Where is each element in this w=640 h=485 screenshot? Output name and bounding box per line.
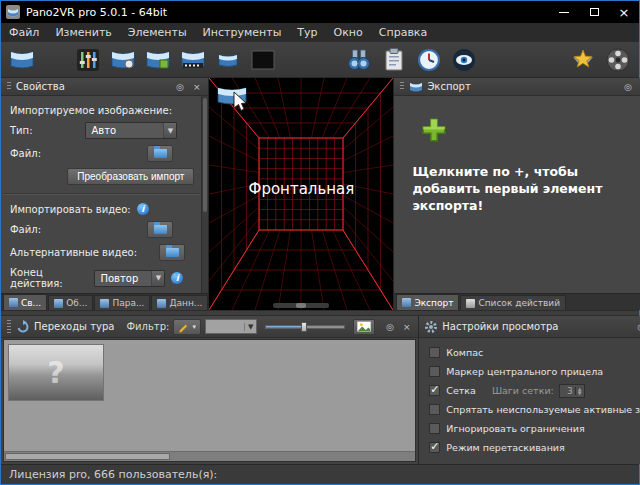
- panorama-thumbnail[interactable]: ?: [8, 344, 104, 401]
- add-export-button[interactable]: [420, 116, 448, 144]
- patch-input-button[interactable]: [143, 45, 173, 75]
- undock-icon[interactable]: ◎: [383, 322, 396, 332]
- menu-help[interactable]: Справка: [371, 23, 435, 42]
- green-plus-icon: [420, 116, 448, 144]
- checkbox[interactable]: [429, 442, 440, 453]
- tab-parameters[interactable]: Пара...: [94, 295, 150, 310]
- spinner-arrows-icon[interactable]: ▲▼: [575, 387, 584, 395]
- tab-overview[interactable]: Об...: [48, 295, 93, 310]
- close-panel-icon[interactable]: ×: [400, 322, 413, 332]
- panorama-icon: [110, 47, 136, 73]
- viewport-zoom-slider[interactable]: [273, 303, 329, 308]
- panorama-patch-icon: [145, 47, 171, 73]
- menu-tour[interactable]: Тур: [289, 23, 325, 42]
- maximize-button[interactable]: [579, 1, 609, 23]
- viewing-parameters-button[interactable]: [108, 45, 138, 75]
- panorama-viewport[interactable]: Фронтальная: [209, 78, 393, 310]
- media-gallery-button[interactable]: [603, 45, 633, 75]
- black-screen-icon: [250, 47, 276, 73]
- time-button[interactable]: [414, 45, 444, 75]
- properties-panel-body: Импортируемое изображение: Тип: Авто ▼ Ф…: [1, 96, 208, 293]
- window-title: Pano2VR pro 5.0.1 - 64bit: [26, 6, 167, 19]
- titlebar: Pano2VR pro 5.0.1 - 64bit ×: [1, 1, 639, 23]
- chevron-down-icon: ▼: [151, 271, 164, 286]
- properties-scrollbar[interactable]: [201, 96, 208, 293]
- info-icon[interactable]: [171, 272, 183, 284]
- scrollbar-handle[interactable]: [203, 98, 207, 212]
- menu-window[interactable]: Окно: [326, 23, 371, 42]
- input-panorama-button[interactable]: [7, 45, 37, 75]
- undock-icon[interactable]: ◎: [635, 322, 640, 332]
- thumbnail-size-slider[interactable]: [265, 321, 345, 333]
- tab-properties[interactable]: Св...: [3, 294, 47, 310]
- undock-icon[interactable]: ◎: [621, 82, 634, 92]
- maximize-icon: [590, 8, 599, 16]
- zoom-slider-handle[interactable]: [296, 303, 306, 308]
- tab-export[interactable]: Экспорт: [396, 294, 459, 310]
- clock-icon: [416, 47, 442, 73]
- info-icon[interactable]: [137, 203, 149, 215]
- view-settings-panel: Настройки просмотра ◎ × Компас Маркер це…: [419, 316, 640, 464]
- checkbox-row-center-marker[interactable]: Маркер центрального прицела: [429, 362, 640, 381]
- filter-dropdown[interactable]: ▼: [205, 319, 257, 334]
- checkbox-row-grid[interactable]: Сетка Шаги сетки: 3 ▲▼: [429, 381, 640, 400]
- checkbox-row-compass[interactable]: Компас: [429, 343, 640, 362]
- convert-import-button[interactable]: Преобразовать импорт: [67, 168, 194, 185]
- image-view-button[interactable]: [353, 319, 375, 335]
- tour-horizontal-scrollbar[interactable]: [4, 451, 415, 461]
- drag-grip-icon[interactable]: [400, 82, 404, 91]
- preview-button[interactable]: [449, 45, 479, 75]
- properties-panel-header: Свойства ◎ ×: [1, 78, 208, 96]
- checkbox[interactable]: [429, 347, 440, 358]
- panorama-levels-button[interactable]: [73, 45, 103, 75]
- edit-filter-button[interactable]: ▼: [173, 319, 201, 335]
- clipboard-button[interactable]: [379, 45, 409, 75]
- checkbox-row-drag-mode[interactable]: Режим перетаскивания: [429, 438, 640, 457]
- menu-edit[interactable]: Изменить: [47, 23, 119, 42]
- video-panorama-button[interactable]: [213, 45, 243, 75]
- checkbox-row-ignore-limits[interactable]: Игнорировать ограничения: [429, 419, 640, 438]
- statusbar: Лицензия pro, 666 пользователь(я):: [1, 464, 639, 484]
- end-action-dropdown[interactable]: Повтор ▼: [94, 270, 165, 287]
- folder-icon: [154, 225, 167, 234]
- drag-grip-icon[interactable]: [7, 82, 11, 91]
- browse-alt-video-button[interactable]: [159, 244, 185, 261]
- close-button[interactable]: ×: [609, 1, 639, 23]
- grid-steps-spinner[interactable]: 3 ▲▼: [559, 384, 585, 398]
- tab-data[interactable]: Данн...: [151, 295, 208, 310]
- tour-thumbnails-area[interactable]: ?: [3, 339, 416, 462]
- close-panel-icon[interactable]: ×: [190, 82, 203, 92]
- eye-icon: [451, 47, 477, 73]
- scrollbar-handle[interactable]: [5, 453, 170, 460]
- panorama-thumbnail-with-cursor[interactable]: [216, 84, 258, 114]
- tab-action-list[interactable]: Список действий: [460, 295, 566, 310]
- checkbox[interactable]: [429, 404, 440, 415]
- tour-refresh-icon: [16, 320, 30, 334]
- type-label: Тип:: [10, 125, 33, 136]
- checkbox[interactable]: [429, 423, 440, 434]
- folder-icon: [166, 248, 179, 257]
- browse-video-button[interactable]: [147, 221, 173, 238]
- menu-file[interactable]: Файл: [1, 23, 47, 42]
- properties-panel-title: Свойства: [16, 81, 65, 92]
- export-panel-header: Экспорт ◎ ×: [394, 78, 640, 96]
- levels-icon: [75, 47, 101, 73]
- slider-handle[interactable]: [301, 322, 307, 332]
- type-dropdown[interactable]: Авто ▼: [85, 122, 177, 139]
- film-reel-icon: [605, 47, 631, 73]
- checkbox[interactable]: [429, 366, 440, 377]
- menu-elements[interactable]: Элементы: [120, 23, 195, 42]
- slider-fill: [266, 326, 301, 328]
- drag-grip-icon[interactable]: [7, 320, 11, 333]
- license-text: Лицензия pro, 666 пользователь(я):: [9, 468, 217, 481]
- find-button[interactable]: [344, 45, 374, 75]
- checkbox-row-hide-unused-hotspots[interactable]: Спрятать неиспользуемые активные зоны: [429, 400, 640, 419]
- transformation-button[interactable]: [178, 45, 208, 75]
- menu-tools[interactable]: Инструменты: [195, 23, 290, 42]
- minimize-button[interactable]: [549, 1, 579, 23]
- viewport-face-label: Фронтальная: [209, 180, 393, 198]
- undock-icon[interactable]: ◎: [173, 82, 186, 92]
- browse-file-button[interactable]: [147, 145, 173, 162]
- blackout-button[interactable]: [248, 45, 278, 75]
- checkbox[interactable]: [429, 385, 440, 396]
